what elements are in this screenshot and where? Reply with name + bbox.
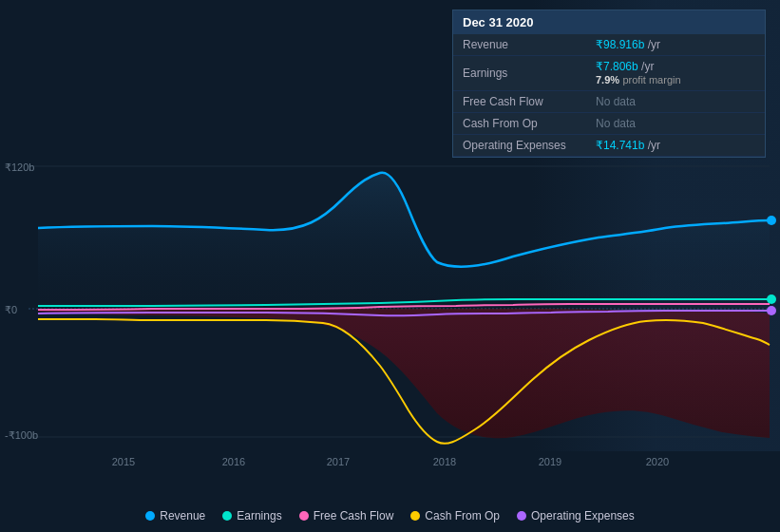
svg-point-7: [767, 306, 776, 315]
tooltip-row-revenue: Revenue ₹98.916b /yr: [453, 34, 765, 56]
legend-dot-cashfromop: [410, 511, 420, 521]
tooltip-label-cashfromop: Cash From Op: [453, 113, 586, 135]
tooltip-label-earnings: Earnings: [453, 56, 586, 91]
legend-dot-revenue: [145, 511, 155, 521]
legend-dot-opex: [517, 511, 526, 521]
tooltip-row-cashfromop: Cash From Op No data: [453, 113, 765, 135]
tooltip-row-opex: Operating Expenses ₹14.741b /yr: [453, 135, 765, 157]
legend-item-revenue[interactable]: Revenue: [145, 509, 205, 522]
svg-text:2019: 2019: [539, 456, 561, 467]
svg-text:-₹100b: -₹100b: [5, 429, 38, 441]
tooltip-value-fcf: No data: [586, 91, 765, 113]
legend-label-cashfromop: Cash From Op: [425, 509, 500, 522]
tooltip-value-revenue: ₹98.916b /yr: [586, 34, 765, 56]
legend-label-fcf: Free Cash Flow: [314, 509, 394, 522]
svg-text:₹0: ₹0: [5, 304, 17, 315]
tooltip-value-cashfromop: No data: [586, 113, 765, 135]
tooltip-label-fcf: Free Cash Flow: [453, 91, 586, 113]
svg-text:2020: 2020: [646, 456, 669, 467]
svg-point-6: [767, 294, 776, 304]
svg-text:2015: 2015: [112, 456, 135, 467]
legend-item-opex[interactable]: Operating Expenses: [517, 509, 635, 522]
tooltip-label-revenue: Revenue: [453, 34, 586, 56]
legend-item-earnings[interactable]: Earnings: [222, 509, 281, 522]
svg-text:2017: 2017: [327, 456, 350, 467]
tooltip-label-opex: Operating Expenses: [453, 135, 586, 157]
tooltip-value-opex: ₹14.741b /yr: [586, 135, 765, 157]
svg-text:2016: 2016: [222, 456, 245, 467]
legend-item-cashfromop[interactable]: Cash From Op: [410, 509, 500, 522]
legend-dot-earnings: [222, 511, 232, 521]
svg-text:2018: 2018: [433, 456, 456, 467]
svg-text:₹120b: ₹120b: [5, 162, 34, 173]
legend-dot-fcf: [299, 511, 309, 521]
tooltip-table: Revenue ₹98.916b /yr Earnings ₹7.806b /y…: [453, 34, 765, 157]
legend-item-fcf[interactable]: Free Cash Flow: [299, 509, 394, 522]
legend: Revenue Earnings Free Cash Flow Cash Fro…: [0, 509, 780, 522]
legend-label-earnings: Earnings: [237, 509, 281, 522]
tooltip-title: Dec 31 2020: [453, 10, 765, 34]
legend-label-revenue: Revenue: [160, 509, 205, 522]
tooltip-row-earnings: Earnings ₹7.806b /yr 7.9% profit margin: [453, 56, 765, 91]
tooltip-box: Dec 31 2020 Revenue ₹98.916b /yr Earning…: [452, 10, 766, 158]
tooltip-row-fcf: Free Cash Flow No data: [453, 91, 765, 113]
tooltip-value-earnings: ₹7.806b /yr 7.9% profit margin: [586, 56, 765, 91]
svg-point-5: [767, 216, 776, 225]
legend-label-opex: Operating Expenses: [531, 509, 635, 522]
